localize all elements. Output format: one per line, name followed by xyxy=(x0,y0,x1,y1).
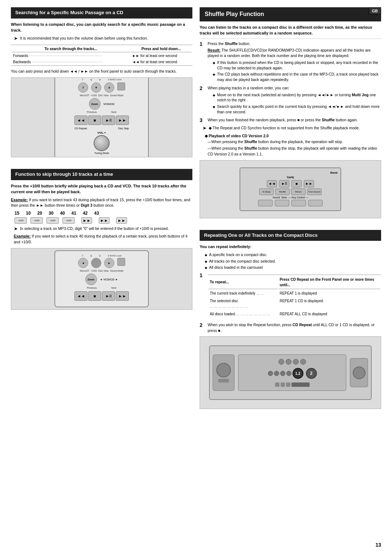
btn-7[interactable]: 7 xyxy=(78,82,88,93)
repeat-step-2: 2 When you wish to stop the Repeat funct… xyxy=(200,322,381,334)
left-speaker xyxy=(213,355,234,391)
table-col2-header: Press and hold down... xyxy=(131,46,192,52)
shuffle-section: Shuffle Play Function You can listen to … xyxy=(200,7,381,221)
remote-control-image: 7 8 9 S BASS Level 7 ▼ 9 xyxy=(11,77,192,157)
skip-header: Function to skip through 10 tracks at a … xyxy=(11,169,192,180)
skip-section: Function to skip through 10 tracks at a … xyxy=(11,169,192,313)
stop-btn[interactable]: ■ xyxy=(88,116,101,125)
tape-label: TAPE xyxy=(243,176,338,179)
search-table: To search through the tracks... Press an… xyxy=(11,45,192,66)
skip-fwd-3[interactable]: ►► xyxy=(116,217,127,224)
stop-btn-2[interactable]: ■ xyxy=(88,291,101,301)
shuffle-bullet-2: ◆ The CD plays back without repetitions … xyxy=(213,72,381,82)
arrow-icon: ➤ xyxy=(203,125,207,131)
zoom-btn[interactable]: Zoom xyxy=(89,98,101,110)
right-speaker xyxy=(350,358,368,387)
next-btn[interactable]: ►► xyxy=(116,116,129,125)
mp3-note: ➤ In selecting a track on MP3-CD, digit … xyxy=(14,226,192,232)
tape-bottom-btns xyxy=(243,200,338,206)
shuffle-step2-bullet-1: ◆ Move on to the next track (selected at… xyxy=(213,92,381,103)
shuffle-step2-bullet-2: ◆ Search quickly for a specific point in… xyxy=(213,104,381,114)
searching-section: Searching for a Specific Music Passage o… xyxy=(11,7,192,160)
skip-intro: Press the +10/0 button briefly while pla… xyxy=(11,183,192,195)
btn-9[interactable]: 9 xyxy=(104,82,114,93)
shuffle-bullet-1: ◆ If this button is pressed when the CD … xyxy=(213,60,381,70)
return-btn[interactable]: Return xyxy=(291,189,306,195)
remote-top-buttons: 7 8 9 S BASS Level 7 ▼ 9 xyxy=(59,78,144,113)
shuffle-note: ➤ ◆ The Repeat and CD Synchro function i… xyxy=(203,125,381,131)
tape-stop[interactable]: ■ xyxy=(291,180,302,187)
time-search-btn[interactable]: Time Search xyxy=(307,189,322,195)
skip-fwd-1[interactable]: ►► xyxy=(81,217,92,224)
repeat-bullet-2: ◆ All tracks on the compact disc selecte… xyxy=(205,259,381,264)
tape-prev[interactable]: ◄◄ xyxy=(267,180,277,187)
plus10-btn-1[interactable]: +10/0 xyxy=(15,217,27,224)
stereo-device-image: 1.2 2 xyxy=(200,336,381,409)
main-unit: 1.2 2 xyxy=(238,355,346,391)
tape-func-row: AI Sleep Shuffle Return Time Search xyxy=(243,189,338,195)
skip-fwd-2[interactable]: ►► xyxy=(99,217,110,224)
tape-next[interactable]: ►► xyxy=(304,180,314,187)
btn-sbass2[interactable] xyxy=(117,258,125,266)
remote-bottom-labels: CD Repeat Disc Skip xyxy=(59,127,144,130)
left-column: Searching for a Specific Music Passage o… xyxy=(11,7,192,416)
btn-8[interactable]: ▼ xyxy=(91,82,101,93)
btn-8b[interactable] xyxy=(91,258,101,268)
sound-btn[interactable] xyxy=(258,200,273,206)
tape-transport: ◄◄ ►II ■ ►► xyxy=(243,180,338,187)
btn-sbass[interactable] xyxy=(117,82,125,90)
tape-play[interactable]: ►II xyxy=(279,180,289,187)
right-column: Shuffle Play Function You can listen to … xyxy=(200,7,381,416)
plus10-btn-4[interactable]: +10/0 xyxy=(62,217,75,224)
repeat-row-3: All discs loaded …………………… REPEAT ALL CD … xyxy=(208,311,380,317)
plus10-btn-2[interactable]: +10/0 xyxy=(30,217,43,224)
slow-btn[interactable] xyxy=(275,200,289,206)
next-btn-2[interactable]: ►► xyxy=(116,291,129,301)
table-row: Forwards ·······························… xyxy=(12,53,192,58)
remote-control-image-2: 7 8 9 S BASS Level ◄ ► Mono/ST xyxy=(11,248,192,310)
repeat-row-2: The selected disc ……………………… REPEAT 1 CD … xyxy=(208,297,380,310)
repeat-step-1: 1 To repeat... Press CD Repeat on the Fr… xyxy=(200,272,381,320)
key-minus[interactable] xyxy=(291,200,306,206)
playback-vcd-header: Playback of video CD Version 2.0 xyxy=(205,134,381,138)
repeat-bullet-1: ◆ A specific track on a compact disc. xyxy=(205,252,381,258)
searching-intro: When listening to a compact disc, you ca… xyxy=(11,21,192,33)
shuffle-step-2: 2 When playing tracks in a random order,… xyxy=(200,85,381,116)
remote-transport: ◄◄ ■ ►II ►► xyxy=(59,116,144,125)
searching-header: Searching for a Specific Music Passage o… xyxy=(11,7,192,19)
tape-panel: Band TAPE ◄◄ ►II ■ ►► AI Sleep Shuffle xyxy=(240,167,341,211)
remote-panel-2: 7 8 9 S BASS Level ◄ ► Mono/ST xyxy=(54,250,149,307)
plus10-btn-3[interactable]: +10/0 xyxy=(46,217,59,224)
remote-panel: 7 8 9 S BASS Level 7 ▼ 9 xyxy=(54,77,149,157)
repeat-header: Repeating One or All Tracks on the Compa… xyxy=(200,230,381,241)
btn-7b[interactable]: ◄ xyxy=(78,258,88,268)
arrow-icon: ➤ xyxy=(14,35,18,42)
zoom-btn-2[interactable]: Zoom xyxy=(85,274,97,285)
play-pause-btn-2[interactable]: ►II xyxy=(102,291,115,301)
repeat-col1-header: To repeat... xyxy=(208,276,277,289)
key-plus[interactable] xyxy=(308,200,323,206)
repeat-section: Repeating One or All Tracks on the Compa… xyxy=(200,230,381,412)
repeat-table: To repeat... Press CD Repeat on the Fron… xyxy=(208,275,381,318)
table-col1-header: To search through the tracks... xyxy=(12,46,130,52)
ai-sleep-btn[interactable]: AI Sleep xyxy=(259,189,274,195)
you-can-repeat: You can repeat indefinitely: xyxy=(200,244,381,250)
play-pause-btn[interactable]: ►II xyxy=(102,116,115,125)
page-number: 13 xyxy=(375,542,381,548)
auto-search-note: You can aslo press and hold down ◄◄ / ►►… xyxy=(11,69,192,74)
shuffle-btn[interactable]: Shuffle xyxy=(275,189,290,195)
shuffle-step-3: 3 When you have finished the random play… xyxy=(200,117,381,123)
stereo-device: 1.2 2 xyxy=(209,345,372,400)
vol-knob-circle[interactable] xyxy=(94,135,110,151)
btn-9b[interactable]: ► xyxy=(104,258,114,268)
searching-arrow-note: ➤ It is recommended that you turn the vo… xyxy=(14,36,192,42)
repeat-row-1: The current track indefinitely …… REPEAT… xyxy=(208,290,380,297)
repeat-col2-header: Press CD Repeat on the Front Panel one o… xyxy=(278,276,380,289)
tape-panel-image: Band TAPE ◄◄ ►II ■ ►► AI Sleep Shuffle xyxy=(200,160,381,218)
prev-btn[interactable]: ◄◄ xyxy=(74,116,87,125)
prev-btn-2[interactable]: ◄◄ xyxy=(74,291,87,301)
shuffle-header: Shuffle Play Function xyxy=(200,7,381,21)
shuffle-step-1: 1 Press the Shuffle button. Result: The … xyxy=(200,41,381,84)
remote-transport-2: ◄◄ ■ ►II ►► xyxy=(59,291,144,301)
skip-example2: Example: If you want to select a track 4… xyxy=(14,234,192,245)
